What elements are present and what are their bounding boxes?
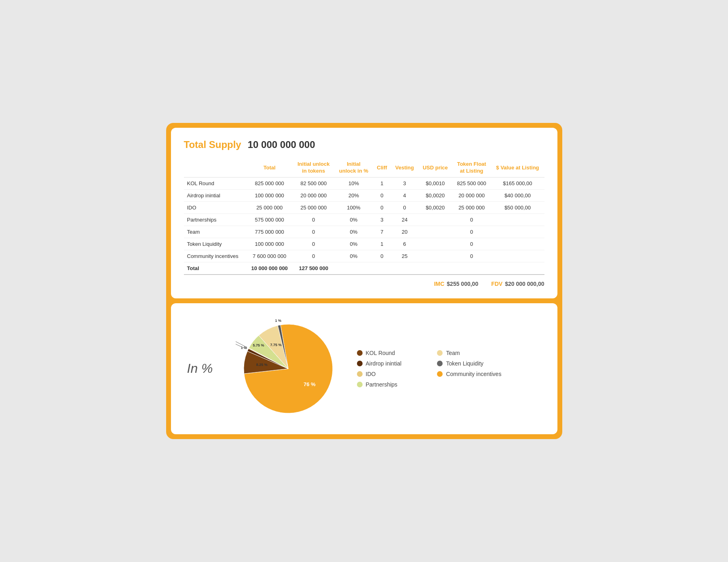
row-cell: $165 000,00: [491, 177, 544, 189]
pie-label: 76 %: [304, 381, 316, 387]
row-cell: 0: [452, 238, 491, 250]
table-row: Airdrop inintial100 000 00020 000 00020%…: [184, 189, 544, 201]
row-cell: 0: [373, 189, 391, 201]
in-pct-label: In %: [187, 361, 219, 376]
row-cell: [418, 262, 452, 275]
row-cell: [491, 213, 544, 226]
col-header-vesting: Vesting: [391, 158, 418, 177]
legend-dot: [437, 371, 443, 377]
col-header-cliff: Cliff: [373, 158, 391, 177]
row-name: Community incentives: [184, 250, 247, 262]
row-cell: 1: [373, 177, 391, 189]
row-cell: 10%: [334, 177, 373, 189]
row-cell: 0: [452, 213, 491, 226]
row-cell: 575 000 000: [246, 213, 293, 226]
row-cell: [491, 226, 544, 238]
row-cell: [452, 262, 491, 275]
title-label: Total Supply: [184, 139, 241, 150]
row-name: Team: [184, 226, 247, 238]
row-cell: 825 000 000: [246, 177, 293, 189]
row-cell: 10 000 000 000: [246, 262, 293, 275]
legend-label: Team: [446, 350, 460, 356]
legend-label: Community incentives: [446, 371, 501, 377]
imc-item: IMC $255 000,00: [434, 281, 479, 287]
row-cell: 3: [373, 213, 391, 226]
data-table: Total Initial unlockin tokens Initialunl…: [184, 158, 544, 275]
legend-label: IDO: [366, 371, 376, 377]
row-cell: $0,0020: [418, 201, 452, 213]
row-cell: [391, 262, 418, 275]
row-name: KOL Round: [184, 177, 247, 189]
row-cell: 100 000 000: [246, 238, 293, 250]
row-cell: 20%: [334, 189, 373, 201]
row-cell: 1: [373, 238, 391, 250]
row-cell: [334, 262, 373, 275]
row-cell: 0: [293, 238, 334, 250]
row-cell: [491, 238, 544, 250]
row-cell: 0: [293, 250, 334, 262]
row-cell: 0: [373, 201, 391, 213]
row-cell: 0: [293, 226, 334, 238]
pie-label: 5.75 %: [253, 343, 264, 347]
row-cell: 25: [391, 250, 418, 262]
pie-chart: 76 %8.25 %1 %5.75 %7.75 %1 %1 %0,25 %: [236, 316, 341, 421]
row-name: IDO: [184, 201, 247, 213]
title-row: Total Supply 10 000 000 000: [184, 139, 544, 150]
col-header-unlock-tokens: Initial unlockin tokens: [293, 158, 334, 177]
imc-value: $255 000,00: [447, 281, 478, 287]
col-header-name: [184, 158, 247, 177]
legend-item: Community incentives: [437, 371, 501, 377]
row-cell: 0%: [334, 213, 373, 226]
row-cell: $0,0020: [418, 189, 452, 201]
fdv-key: FDV: [491, 281, 502, 287]
legend-item: Airdrop inintial: [357, 360, 421, 367]
row-cell: 0: [391, 201, 418, 213]
legend-dot: [357, 371, 363, 377]
row-cell: 100%: [334, 201, 373, 213]
row-name: Airdrop inintial: [184, 189, 247, 201]
row-cell: 20: [391, 226, 418, 238]
row-cell: 7 600 000 000: [246, 250, 293, 262]
row-name: Partnerships: [184, 213, 247, 226]
chart-card: In % 76 %8.25 %1 %5.75 %7.75 %1 %1 %0,25…: [171, 303, 557, 434]
outer-wrapper: Total Supply 10 000 000 000 Total Initia…: [166, 123, 562, 439]
legend-label: KOL Round: [366, 350, 395, 356]
pie-label: 1 %: [241, 346, 247, 350]
imc-key: IMC: [434, 281, 445, 287]
row-cell: 0%: [334, 238, 373, 250]
row-cell: [418, 226, 452, 238]
pie-label: 7.75 %: [270, 343, 281, 347]
table-row: Token Liquidity100 000 00000%160: [184, 238, 544, 250]
legend-label: Airdrop inintial: [366, 360, 402, 367]
row-name: Total: [184, 262, 247, 275]
footer-row: IMC $255 000,00 FDV $20 000 000,00: [184, 281, 544, 287]
table-row: Partnerships575 000 00000%3240: [184, 213, 544, 226]
row-cell: $50 000,00: [491, 201, 544, 213]
legend-item: Team: [437, 350, 501, 356]
row-cell: 0: [293, 213, 334, 226]
row-cell: 0: [452, 250, 491, 262]
row-cell: [491, 262, 544, 275]
fdv-item: FDV $20 000 000,00: [491, 281, 544, 287]
row-cell: [418, 250, 452, 262]
row-cell: 24: [391, 213, 418, 226]
row-cell: 0%: [334, 250, 373, 262]
pie-label: 1 %: [275, 319, 281, 323]
row-cell: $0,0010: [418, 177, 452, 189]
row-cell: 0%: [334, 226, 373, 238]
row-cell: 25 000 000: [246, 201, 293, 213]
row-cell: 7: [373, 226, 391, 238]
row-cell: 0: [452, 226, 491, 238]
col-header-value-listing: $ Value at Listing: [491, 158, 544, 177]
col-header-total: Total: [246, 158, 293, 177]
row-cell: 25 000 000: [452, 201, 491, 213]
table-row: Team775 000 00000%7200: [184, 226, 544, 238]
row-cell: 3: [391, 177, 418, 189]
table-row: Community incentives7 600 000 00000%0250: [184, 250, 544, 262]
legend-item: Partnerships: [357, 381, 421, 388]
row-name: Token Liquidity: [184, 238, 247, 250]
legend-dot: [437, 361, 443, 366]
row-cell: 100 000 000: [246, 189, 293, 201]
row-cell: 6: [391, 238, 418, 250]
row-cell: 127 500 000: [293, 262, 334, 275]
